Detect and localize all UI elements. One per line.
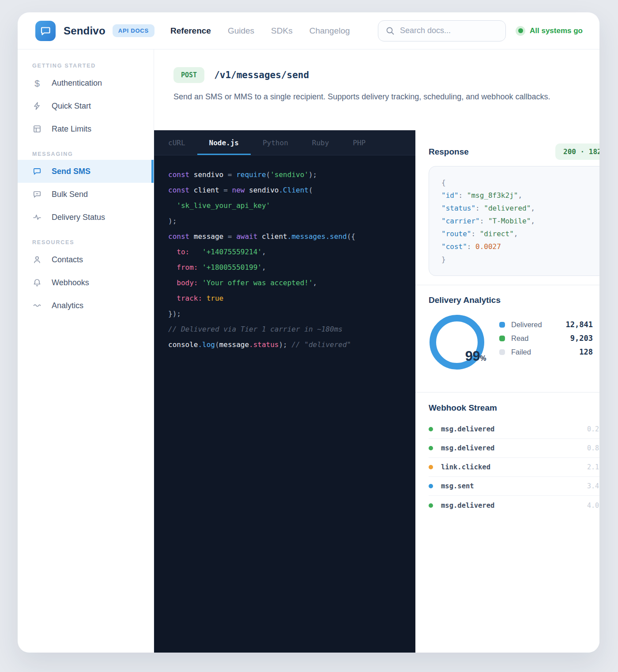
search-input[interactable] (400, 26, 498, 35)
event-name: msg.delivered (441, 444, 494, 452)
sidebar-item-send-sms[interactable]: Send SMS (18, 160, 154, 183)
table-icon (32, 125, 42, 133)
webhook-event-row: msg.delivered4.0s (429, 496, 599, 515)
webhook-stream-title: Webhook Stream (429, 403, 599, 413)
sidebar-item-rate-limits[interactable]: Rate Limits (18, 117, 154, 140)
sidebar-item-webhooks[interactable]: Webhooks (18, 271, 154, 294)
sidebar-item-quick-start[interactable]: Quick Start (18, 94, 154, 117)
system-status[interactable]: All systems go (516, 26, 583, 36)
event-status-dot-icon (429, 427, 433, 431)
person-icon (32, 255, 42, 264)
tab-curl[interactable]: cURL (156, 130, 197, 155)
endpoint-description: Send an SMS or MMS to a single recipient… (173, 91, 562, 103)
code-line: 'sk_live_your_api_key' (168, 198, 401, 213)
legend-row-delivered: Delivered 12,841 (499, 320, 593, 329)
donut-percent-label: 99% (465, 348, 486, 364)
sidebar: GETTING STARTED $ Authentication Quick S… (18, 49, 154, 653)
sidebar-item-label: Send SMS (52, 167, 90, 176)
nav-item-reference[interactable]: Reference (170, 26, 211, 36)
bolt-icon (32, 102, 42, 110)
code-line: body: 'Your offer was accepted!', (168, 275, 401, 291)
sidebar-item-label: Authentication (52, 79, 102, 88)
response-title: Response (429, 147, 469, 157)
endpoint-path: /v1/messages/send (214, 70, 309, 80)
analytics-title: Delivery Analytics (429, 295, 599, 305)
brand-logo[interactable] (35, 21, 56, 41)
nav-item-sdks[interactable]: SDKs (271, 26, 293, 36)
nav-item-changelog[interactable]: Changelog (309, 26, 350, 36)
http-method-badge: POST (173, 67, 204, 83)
search-box[interactable] (378, 20, 506, 42)
event-time: 3.4s (587, 482, 599, 490)
json-line: "cost": 0.0027 (441, 240, 599, 253)
bell-icon (32, 278, 42, 287)
sidebar-item-label: Analytics (52, 301, 83, 310)
json-line: "id": "msg_8f3k2j", (441, 189, 599, 202)
response-json-card: {"id": "msg_8f3k2j","status": "delivered… (429, 166, 599, 276)
code-line: track: true (168, 291, 401, 306)
main-nav: Reference Guides SDKs Changelog (170, 26, 350, 36)
json-line: "carrier": "T-Mobile", (441, 215, 599, 227)
event-status-dot-icon (429, 465, 433, 469)
tab-php[interactable]: PHP (341, 130, 377, 155)
webhook-event-row: msg.delivered0.2s (429, 420, 599, 439)
webhook-event-row: msg.delivered0.8s (429, 439, 599, 458)
legend-row-read: Read 9,203 (499, 334, 593, 343)
event-status-dot-icon (429, 484, 433, 488)
event-time: 2.1s (587, 463, 599, 471)
tab-ruby[interactable]: Ruby (300, 130, 341, 155)
code-line: ); (168, 213, 401, 229)
event-time: 0.8s (587, 444, 599, 452)
event-name: msg.delivered (441, 425, 494, 433)
status-label: All systems go (530, 26, 583, 35)
event-name: msg.sent (441, 482, 474, 490)
tab-nodejs[interactable]: Node.js (197, 130, 251, 155)
chat-minus-icon (32, 190, 42, 199)
chat-bubble-icon (32, 167, 42, 176)
code-sample: const sendivo = require('sendivo');const… (154, 155, 415, 364)
delivery-donut-chart: 99% (430, 315, 484, 370)
code-line: to: '+14075559214', (168, 244, 401, 260)
code-line: from: '+18005550199', (168, 260, 401, 275)
sidebar-section-getting-started: GETTING STARTED (18, 63, 154, 72)
webhook-event-list: msg.delivered0.2smsg.delivered0.8slink.c… (429, 420, 599, 515)
sidebar-item-contacts[interactable]: Contacts (18, 248, 154, 271)
sidebar-item-bulk-send[interactable]: Bulk Send (18, 183, 154, 206)
sidebar-section-messaging: MESSAGING (18, 151, 154, 160)
code-line: const client = new sendivo.Client( (168, 182, 401, 198)
webhook-stream-section: Webhook Stream msg.delivered0.2smsg.deli… (415, 392, 599, 653)
sidebar-section-resources: RESOURCES (18, 239, 154, 248)
sidebar-item-analytics[interactable]: Analytics (18, 294, 154, 317)
top-navbar: Sendivo API DOCS Reference Guides SDKs C… (18, 12, 599, 49)
response-status-badge: 200 · 182ms (555, 143, 599, 160)
webhook-event-row: msg.sent3.4s (429, 477, 599, 496)
search-icon (385, 26, 395, 36)
webhook-event-row: link.clicked2.1s (429, 458, 599, 477)
speech-bubble-icon (40, 25, 51, 37)
language-tabs: cURL Node.js Python Ruby PHP (154, 130, 415, 155)
response-section: Response 200 · 182ms {"id": "msg_8f3k2j"… (415, 130, 599, 285)
sidebar-item-authentication[interactable]: $ Authentication (18, 72, 154, 94)
analytics-legend: Delivered 12,841 Read 9,203 (499, 320, 593, 356)
json-line: { (441, 176, 599, 189)
nav-item-guides[interactable]: Guides (228, 26, 254, 36)
tab-python[interactable]: Python (251, 130, 300, 155)
dollar-icon: $ (32, 79, 42, 88)
pulse-icon (32, 213, 42, 222)
api-docs-badge: API DOCS (113, 24, 154, 37)
sidebar-item-delivery-status[interactable]: Delivery Status (18, 206, 154, 229)
legend-dot-read-icon (499, 336, 505, 341)
wave-icon (32, 301, 42, 310)
code-line: console.log(message.status); // "deliver… (168, 337, 401, 352)
event-name: msg.delivered (441, 502, 494, 510)
event-status-dot-icon (429, 446, 433, 450)
sidebar-item-label: Delivery Status (52, 213, 105, 222)
json-line: "status": "delivered", (441, 202, 599, 215)
sidebar-item-label: Quick Start (52, 102, 91, 111)
status-dot-icon (516, 26, 525, 36)
event-name: link.clicked (441, 463, 490, 471)
code-line: const sendivo = require('sendivo'); (168, 167, 401, 182)
event-time: 4.0s (587, 502, 599, 510)
right-panel: Response 200 · 182ms {"id": "msg_8f3k2j"… (415, 130, 599, 653)
event-status-dot-icon (429, 503, 433, 508)
